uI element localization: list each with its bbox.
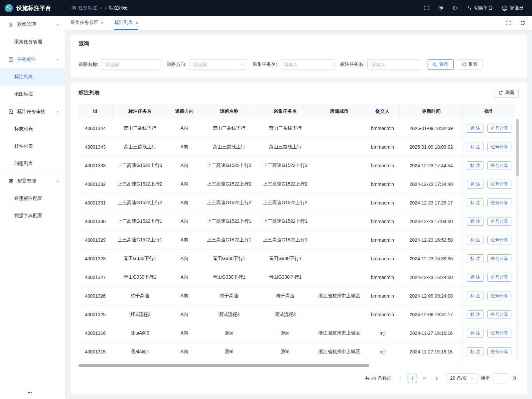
sidebar-group-task-annotation[interactable]: 任务标注 [0, 51, 65, 68]
stake-calc-button[interactable]: 桩号计算 [487, 310, 511, 319]
sidebar-item-general-annotation-config[interactable]: 通用标注配置 [0, 190, 65, 207]
sidebar-group-annotation-review[interactable]: 标注任务审核 [0, 103, 65, 120]
collect-task-name-label: 采集任务名: [253, 62, 277, 67]
cell-updated: 2024-12-08 19:31:17 [400, 305, 463, 324]
fullscreen-icon[interactable] [424, 5, 429, 11]
cell-road-name: 测ai [201, 324, 257, 342]
horizontal-scrollbar[interactable] [78, 364, 512, 367]
refresh-icon[interactable] [520, 20, 525, 26]
vertical-scrollbar[interactable] [516, 119, 519, 361]
top-header: 设施标注平台 任务标注 / 标注列表 切换平台 [0, 0, 532, 16]
road-direction-select[interactable] [189, 59, 247, 70]
user-menu[interactable]: 管理员 [502, 5, 523, 11]
stake-calc-button[interactable]: 桩号计算 [487, 199, 511, 207]
stake-calc-button[interactable]: 桩号计算 [487, 254, 511, 263]
sidebar-group-route-management[interactable]: 路线管理 [0, 16, 65, 33]
header-actions: 切换平台 管理员 [424, 5, 532, 11]
stake-calc-button[interactable]: 桩号计算 [487, 273, 511, 282]
cell-updated: 2025-01-09 18:32:39 [400, 119, 463, 138]
logout-icon[interactable] [453, 5, 458, 11]
cell-road-name: 上三高速G1522上行2 [201, 175, 257, 194]
annotate-button[interactable]: 标 注 [467, 143, 483, 151]
annotate-button[interactable]: 标 注 [467, 273, 483, 282]
task-annotate-icon [8, 57, 14, 62]
sidebar-item-sign-list[interactable]: 标志列表 [0, 120, 65, 138]
stake-calc-button[interactable]: 桩号计算 [487, 143, 511, 151]
cell-direction: A向 [168, 268, 201, 287]
annotate-button[interactable]: 标 注 [467, 254, 483, 263]
cell-road-name: 测ai [201, 342, 257, 361]
table-row: 40001325 测试流程2 A向 测试流程2 测试流程2 bmmadmin 2… [78, 305, 515, 324]
prev-page-button[interactable] [396, 374, 405, 383]
refresh-button[interactable]: 刷新 [494, 88, 519, 98]
search-button[interactable]: 查询 [428, 59, 454, 70]
tab-annotation-list[interactable]: 标注列表 [114, 16, 138, 30]
annotate-button[interactable]: 标 注 [467, 347, 483, 356]
pagination: 共 28 条数据 1 2 20 条/页 [78, 367, 519, 388]
annotate-button[interactable]: 标 注 [467, 310, 483, 319]
stake-calc-button[interactable]: 桩号计算 [487, 180, 511, 189]
stake-calc-button[interactable]: 桩号计算 [487, 217, 511, 226]
annotate-button[interactable]: 标 注 [467, 236, 483, 244]
stake-calc-button[interactable]: 桩号计算 [487, 236, 511, 244]
switch-platform-button[interactable]: 切换平台 [467, 5, 493, 11]
column-header-updated: 更新时间 [400, 104, 463, 119]
tab-collect-task-management[interactable]: 采集任务管理 [70, 16, 104, 30]
close-icon[interactable] [135, 21, 138, 24]
cell-direction: A向 [168, 212, 201, 231]
content-area: 查询 道路名称: 道路方向: [65, 30, 532, 399]
stake-calc-button[interactable]: 桩号计算 [487, 329, 511, 337]
sidebar-item-pole-list[interactable]: 杆件列表 [0, 138, 65, 155]
gear-icon[interactable] [438, 5, 444, 11]
annotate-button[interactable]: 标 注 [467, 161, 483, 170]
tab-label: 标注列表 [114, 20, 133, 26]
cell-submitter: bmmadmin [365, 305, 400, 324]
jump-page-input[interactable] [493, 373, 509, 383]
cell-actions: 标 注 桩号计算 [463, 305, 515, 324]
vertical-scrollbar-thumb[interactable] [516, 119, 519, 176]
cell-id: 40001327 [78, 268, 112, 287]
page-size-value: 20 条/页 [450, 375, 467, 381]
annotation-task-name-input[interactable] [367, 59, 421, 70]
annotate-button[interactable]: 标 注 [467, 292, 483, 300]
fullscreen-icon[interactable] [506, 20, 511, 26]
road-name-input[interactable] [101, 59, 161, 70]
annotate-button[interactable]: 标 注 [467, 329, 483, 337]
annotate-button[interactable]: 标 注 [467, 124, 483, 133]
collect-task-name-input[interactable] [280, 59, 334, 70]
refresh-icon [498, 90, 503, 95]
annotate-button[interactable]: 标 注 [467, 180, 483, 189]
sidebar-item-map-annotation[interactable]: 地图标注 [0, 85, 65, 103]
cell-city: 浙江省杭州市上城区 [313, 324, 365, 342]
menu-fold-icon[interactable] [27, 390, 33, 395]
sidebar-item-annotation-list[interactable]: 标注列表 [0, 68, 65, 85]
cell-id: 40001332 [78, 175, 112, 194]
cell-submitter: bmmadmin [365, 287, 400, 305]
close-icon[interactable] [101, 21, 104, 24]
main-area: 采集任务管理 标注列表 [65, 16, 532, 399]
breadcrumb-section[interactable]: 任务标注 [78, 5, 97, 11]
cell-updated: 2024-12-23 17:04:00 [400, 212, 463, 231]
horizontal-scrollbar-thumb[interactable] [78, 364, 369, 367]
annotate-button[interactable]: 标 注 [467, 199, 483, 207]
stake-calc-button[interactable]: 桩号计算 [487, 124, 511, 133]
sidebar-item-issue-list[interactable]: 问题列表 [0, 155, 65, 172]
page-number-1[interactable]: 1 [408, 374, 417, 383]
cell-id: 40001315 [78, 342, 112, 361]
sidebar-group-config-management[interactable]: 配置管理 [0, 173, 65, 190]
page-number-2[interactable]: 2 [420, 374, 429, 383]
sidebar-item-data-dictionary-config[interactable]: 数据字典配置 [0, 207, 65, 224]
switch-platform-label: 切换平台 [474, 5, 493, 11]
page-size-select[interactable]: 20 条/页 [447, 373, 478, 383]
stake-calc-button[interactable]: 桩号计算 [487, 292, 511, 300]
stake-calc-button[interactable]: 桩号计算 [487, 161, 511, 170]
table-row: 40001343 萧山三益线上行 A向 萧山三益线上行 萧山三益线上行 bmma… [78, 138, 515, 156]
reset-button[interactable]: 重置 [457, 59, 483, 70]
stake-calc-button[interactable]: 桩号计算 [487, 347, 511, 356]
sidebar-item-collect-task-management[interactable]: 采集任务管理 [0, 33, 65, 51]
cell-direction: A向 [168, 305, 201, 324]
sidebar: 路线管理 采集任务管理 任务标注 标注列表 [0, 16, 65, 399]
next-page-button[interactable] [432, 374, 441, 383]
annotate-button[interactable]: 标 注 [467, 217, 483, 226]
chevron-down-icon [99, 6, 103, 10]
